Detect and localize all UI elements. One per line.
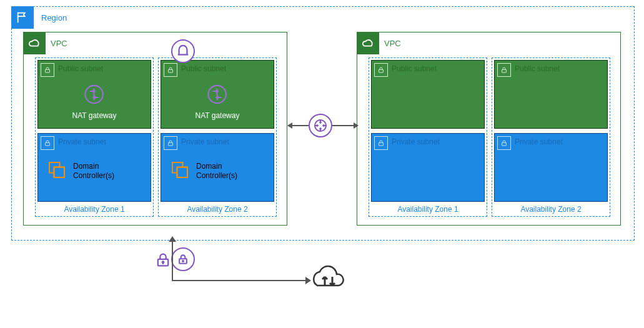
arrow-up-icon: [169, 236, 176, 242]
vpc-left: VPC Public subnet NAT gateway Private su…: [23, 32, 287, 226]
nat-gateway-icon: [82, 82, 107, 109]
right-az2-private-subnet: Private subnet: [494, 133, 608, 202]
svg-point-13: [182, 261, 184, 262]
svg-rect-8: [169, 143, 173, 146]
public-subnet-title: Public subnet: [181, 64, 226, 73]
az-label: Availability Zone 1: [369, 205, 487, 214]
ec2-instances-icon: [46, 159, 68, 183]
right-az1-private-subnet: Private subnet: [371, 133, 485, 202]
vpc-left-header: VPC: [23, 32, 67, 54]
private-subnet-title: Private subnet: [58, 137, 106, 146]
subnet-lock-icon: [164, 136, 177, 150]
domain-controller-label: Domain Controller(s): [73, 162, 114, 181]
svg-rect-0: [46, 70, 50, 73]
left-az1: Public subnet NAT gateway Private subnet…: [35, 57, 154, 217]
svg-rect-4: [54, 167, 65, 178]
nat-gateway-label: NAT gateway: [196, 111, 240, 120]
public-subnet-title: Public subnet: [58, 64, 103, 73]
vpc-cloud-icon: [357, 32, 379, 54]
vpc-right-header: VPC: [357, 32, 401, 54]
right-az1: Public subnet Private subnet Availabilit…: [369, 57, 487, 217]
subnet-lock-icon: [374, 63, 388, 77]
region-header: Region: [11, 6, 67, 29]
subnet-lock-icon: [497, 63, 511, 77]
svg-rect-14: [379, 70, 384, 73]
left-az1-private-subnet: Private subnet Domain Controller(s): [37, 133, 151, 202]
nat-gateway: NAT gateway: [196, 82, 240, 120]
private-subnet-title: Private subnet: [181, 137, 229, 146]
right-az2: Public subnet Private subnet Availabilit…: [492, 57, 610, 217]
domain-controller-label: Domain Controller(s): [196, 162, 237, 181]
region-label: Region: [39, 13, 67, 22]
vpc-cloud-icon: [23, 32, 46, 54]
svg-rect-6: [169, 70, 173, 73]
right-az2-public-subnet: Public subnet: [494, 60, 608, 129]
svg-rect-16: [502, 70, 507, 73]
private-subnet-title: Private subnet: [392, 137, 440, 146]
domain-controller: Domain Controller(s): [46, 159, 114, 183]
svg-rect-17: [502, 143, 507, 146]
vpc-label: VPC: [46, 39, 67, 48]
subnet-lock-icon: [374, 136, 388, 150]
left-az1-public-subnet: Public subnet NAT gateway: [37, 60, 151, 129]
nat-gateway-label: NAT gateway: [72, 111, 117, 120]
vpc-label: VPC: [379, 39, 401, 48]
public-subnet-title: Public subnet: [392, 64, 437, 73]
domain-controller: Domain Controller(s): [169, 159, 237, 183]
public-subnet-title: Public subnet: [515, 64, 560, 73]
customer-gateway-icon: [153, 250, 173, 270]
left-az2-private-subnet: Private subnet Domain Controller(s): [161, 133, 274, 202]
arrow-right-icon: [305, 277, 311, 284]
ec2-instances-icon: [169, 159, 191, 183]
left-az2-public-subnet: Public subnet NAT gateway: [161, 60, 274, 129]
svg-rect-15: [379, 143, 384, 146]
right-az1-public-subnet: Public subnet: [371, 60, 485, 129]
subnet-lock-icon: [41, 63, 54, 77]
region-flag-icon: [11, 6, 34, 29]
data-center-icon: [311, 266, 346, 297]
svg-point-20: [162, 261, 164, 262]
nat-gateway-icon: [205, 82, 230, 109]
vpn-line: [172, 280, 307, 281]
vpn-gateway-icon: [171, 247, 195, 271]
transit-gateway-icon: [309, 114, 332, 137]
az-label: Availability Zone 2: [159, 205, 276, 214]
subnet-lock-icon: [164, 63, 177, 77]
nat-gateway: NAT gateway: [72, 82, 117, 120]
az-label: Availability Zone 1: [36, 205, 153, 214]
az-label: Availability Zone 2: [492, 205, 610, 214]
left-az2: Public subnet NAT gateway Private subnet…: [158, 57, 277, 217]
svg-rect-2: [46, 143, 50, 146]
subnet-lock-icon: [41, 136, 54, 150]
subnet-lock-icon: [497, 136, 511, 150]
private-subnet-title: Private subnet: [515, 137, 563, 146]
internet-gateway-icon: [171, 39, 195, 63]
svg-rect-10: [177, 167, 188, 178]
vpc-right: VPC Public subnet Private subnet Availab…: [357, 32, 621, 226]
